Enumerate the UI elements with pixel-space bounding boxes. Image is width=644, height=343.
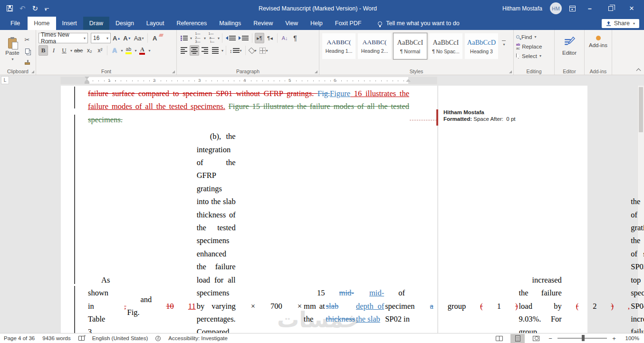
tab-view[interactable]: View xyxy=(279,17,304,30)
font-name-combobox[interactable]: Times New Roma▾ xyxy=(38,33,88,43)
underline-button[interactable]: U xyxy=(59,45,69,56)
share-button[interactable]: Share ▾ xyxy=(602,19,639,28)
copy-button[interactable] xyxy=(22,46,32,56)
redo-icon[interactable] xyxy=(32,5,38,12)
style-no-spacing[interactable]: AaBbCcI ¶ No Spac... xyxy=(429,33,463,59)
select-button[interactable]: Select ▾ xyxy=(516,52,552,60)
show-hide-paragraph-marks-button[interactable] xyxy=(290,33,300,43)
document-page[interactable]: خمسات failure surface compared to specim… xyxy=(61,86,437,333)
decrease-indent-button[interactable] xyxy=(225,33,237,43)
tab-draw[interactable]: Draw xyxy=(83,17,109,30)
tell-me-box[interactable]: Tell me what you want to do xyxy=(378,17,459,30)
superscript-button[interactable] xyxy=(95,45,105,56)
line-spacing-button[interactable]: ▾ xyxy=(229,45,243,56)
tab-help[interactable]: Help xyxy=(304,17,329,30)
style-heading-2[interactable]: AABBC( Heading 2... xyxy=(357,33,392,59)
borders-button[interactable]: ▾ xyxy=(259,45,269,56)
zoom-level[interactable]: 100% xyxy=(621,335,639,341)
page-indicator[interactable]: Page 4 of 36 xyxy=(4,335,35,341)
chevron-down-icon[interactable]: ▾ xyxy=(204,36,206,40)
font-color-button[interactable]: A xyxy=(137,45,147,56)
paragraph[interactable]: As shown in Table 3, and Fig. 1011(b), t… xyxy=(88,130,644,333)
save-icon[interactable] xyxy=(7,5,13,11)
word-count[interactable]: 9436 words xyxy=(42,335,70,341)
chevron-down-icon[interactable]: ▾ xyxy=(121,49,123,53)
font-dialog-launcher-icon[interactable] xyxy=(172,70,175,73)
scrollbar-thumb[interactable] xyxy=(639,87,643,132)
tab-mailings[interactable]: Mailings xyxy=(213,17,247,30)
customize-quick-access-icon[interactable] xyxy=(45,8,49,9)
chevron-down-icon[interactable]: ▾ xyxy=(190,36,192,40)
tab-stop-selector[interactable]: L xyxy=(1,76,9,84)
minimize-button[interactable] xyxy=(583,5,596,12)
style-heading-3[interactable]: AaBbCcD Heading 3 xyxy=(464,33,499,59)
align-center-button[interactable] xyxy=(190,45,199,56)
horizontal-ruler[interactable]: 1 2 3 4 5 6 xyxy=(60,77,437,84)
accessibility-status[interactable]: Accessibility: Investigate xyxy=(168,335,228,341)
style-heading-1[interactable]: AABBC( Heading 1... xyxy=(322,33,356,59)
bullets-button[interactable] xyxy=(179,33,189,43)
change-case-button[interactable]: Aa▾ xyxy=(133,33,145,43)
web-layout-button[interactable] xyxy=(529,334,543,343)
addins-button[interactable]: Add-ins xyxy=(587,32,609,48)
format-painter-button[interactable] xyxy=(22,58,32,67)
left-to-right-text-direction-button[interactable] xyxy=(255,33,264,43)
text-highlight-button[interactable]: ab xyxy=(124,45,133,56)
numbering-button[interactable]: 1—2—3— xyxy=(193,33,202,43)
zoom-slider-thumb[interactable] xyxy=(582,335,585,341)
chevron-down-icon[interactable]: ▾ xyxy=(218,36,220,40)
style-normal[interactable]: AaBbCcI ¶ Normal xyxy=(393,33,427,59)
chevron-down-icon[interactable]: ▾ xyxy=(135,49,136,53)
clear-formatting-button[interactable]: A xyxy=(150,33,160,43)
clipboard-dialog-launcher-icon[interactable] xyxy=(31,70,34,73)
grow-font-button[interactable]: A▲ xyxy=(112,33,121,43)
paste-button[interactable]: Paste ▾ xyxy=(2,32,22,67)
find-button[interactable]: Find ▾ xyxy=(516,33,552,41)
text-effects-button[interactable] xyxy=(110,45,119,56)
shrink-font-button[interactable]: A▼ xyxy=(122,33,132,43)
tab-file[interactable]: File xyxy=(3,17,28,30)
avatar[interactable]: HM xyxy=(550,2,562,14)
zoom-out-button[interactable]: − xyxy=(548,335,553,342)
justify-button[interactable] xyxy=(211,45,220,56)
editor-button[interactable]: Editor xyxy=(557,32,582,56)
read-mode-button[interactable] xyxy=(492,334,506,343)
close-button[interactable] xyxy=(625,4,638,12)
tab-references[interactable]: References xyxy=(170,17,213,30)
undo-icon[interactable] xyxy=(19,5,26,12)
tab-insert[interactable]: Insert xyxy=(56,17,83,30)
left-indent-marker[interactable] xyxy=(85,82,89,84)
collapse-ribbon-icon[interactable] xyxy=(636,69,641,73)
shading-button[interactable]: ▾ xyxy=(248,45,258,56)
tab-review[interactable]: Review xyxy=(247,17,279,30)
subscript-button[interactable] xyxy=(85,45,94,56)
tab-home[interactable]: Home xyxy=(28,17,56,30)
zoom-in-button[interactable]: + xyxy=(611,335,617,342)
tab-foxit-pdf[interactable]: Foxit PDF xyxy=(329,17,368,30)
revision-note[interactable]: Hitham Mostafa Formatted: Space After: 0… xyxy=(443,109,515,122)
bold-button[interactable]: B xyxy=(38,45,48,56)
sort-button[interactable] xyxy=(280,33,289,43)
proofing-errors-icon[interactable] xyxy=(78,336,85,341)
multilevel-list-button[interactable]: 1— a— i— xyxy=(207,33,216,43)
align-right-button[interactable] xyxy=(200,45,210,56)
tab-design[interactable]: Design xyxy=(109,17,140,30)
font-size-combobox[interactable]: 16▾ xyxy=(91,33,111,43)
styles-dialog-launcher-icon[interactable] xyxy=(509,70,512,73)
chevron-down-icon[interactable]: ▾ xyxy=(70,49,72,53)
tab-layout[interactable]: Layout xyxy=(140,17,171,30)
language-indicator[interactable]: English (United States) xyxy=(92,335,148,341)
restore-button[interactable] xyxy=(604,5,617,12)
ribbon-display-options-icon[interactable] xyxy=(569,6,576,11)
right-to-left-text-direction-button[interactable] xyxy=(265,33,275,43)
paragraph-dialog-launcher-icon[interactable] xyxy=(315,70,317,73)
paragraph[interactable]: failure surface compared to specimen SP0… xyxy=(88,87,409,126)
account-name[interactable]: Hitham Mostafa xyxy=(502,5,542,12)
cut-button[interactable] xyxy=(22,35,32,44)
increase-indent-button[interactable] xyxy=(238,33,250,43)
styles-gallery-more-button[interactable]: ▾ xyxy=(500,33,508,47)
chevron-down-icon[interactable]: ▾ xyxy=(221,49,223,53)
print-layout-button[interactable] xyxy=(510,334,525,343)
zoom-slider[interactable] xyxy=(557,338,607,339)
right-indent-marker[interactable] xyxy=(406,79,411,82)
